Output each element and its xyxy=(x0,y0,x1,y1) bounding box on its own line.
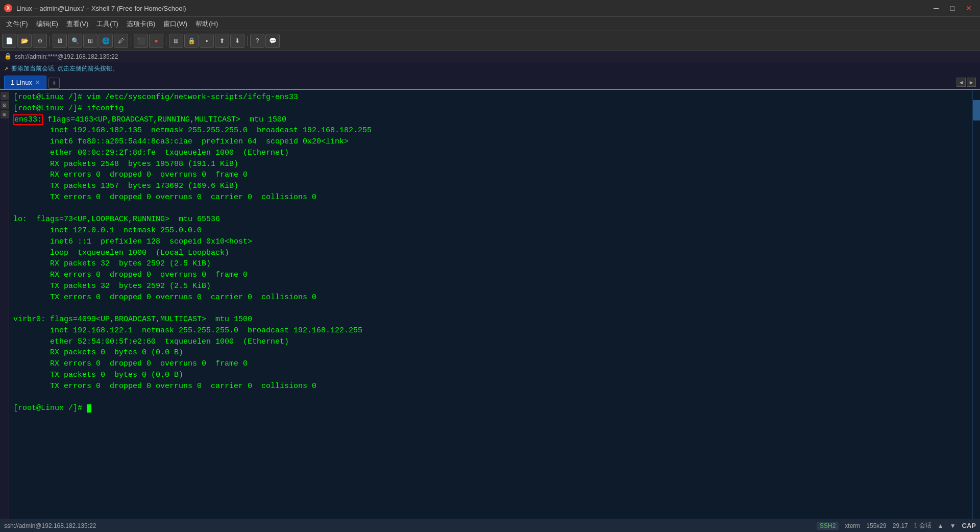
close-button[interactable]: ✕ xyxy=(962,1,976,15)
minimize-button[interactable]: ─ xyxy=(929,1,943,15)
sidebar: ≡ ⊠ ⊞ xyxy=(0,90,9,519)
terminal-line-15: RX packets 32 bytes 2592 (2.5 KiB) xyxy=(13,258,968,270)
settings-btn[interactable]: ⚙ xyxy=(33,34,47,48)
tab-close-btn[interactable]: ✕ xyxy=(35,79,40,86)
toolbar-sep-2 xyxy=(131,36,131,46)
menubar: 文件(F) 编辑(E) 查看(V) 工具(T) 选项卡(B) 窗口(W) 帮助(… xyxy=(0,16,980,31)
window-controls: ─ □ ✕ xyxy=(929,1,976,15)
open-btn[interactable]: 📂 xyxy=(17,34,32,48)
download-btn[interactable]: ⬇ xyxy=(230,34,244,48)
terminal-line-10 xyxy=(13,203,968,214)
main-area: ≡ ⊠ ⊞ [root@Linux /]# vim /etc/sysconfig… xyxy=(0,90,980,519)
toolbar-sep-1 xyxy=(50,36,50,46)
terminal-line-23: RX packets 0 bytes 0 (0.0 B) xyxy=(13,347,968,358)
terminal-line-13: inet6 ::1 prefixlen 128 scopeid 0x10<hos… xyxy=(13,236,968,248)
terminal-line-20: virbr0: flags=4099<UP,BROADCAST,MULTICAS… xyxy=(13,314,968,325)
cursor xyxy=(87,404,91,413)
sidebar-btn-2[interactable]: ⊠ xyxy=(1,101,9,109)
titlebar: X Linux – admin@Linux:/ – Xshell 7 (Free… xyxy=(0,0,980,16)
terminal-line-17: TX packets 32 bytes 2592 (2.5 KiB) xyxy=(13,281,968,292)
menu-tabs[interactable]: 选项卡(B) xyxy=(122,18,159,30)
size-label: 155x29 xyxy=(866,522,886,529)
record-btn[interactable]: ● xyxy=(149,34,163,48)
zoom-btn[interactable]: 🔍 xyxy=(68,34,82,48)
terminal-line-8: TX packets 1357 bytes 173692 (169.6 KiB) xyxy=(13,181,968,192)
infobar: ↗ 要添加当前会话, 点击左侧的箭头按钮。 xyxy=(0,62,980,75)
toolbar-sep-3 xyxy=(166,36,166,46)
statusbar-right: SSH2 xterm 155x29 29,17 1 会话 ▲ ▼ CAP xyxy=(817,521,976,530)
scrollbar[interactable] xyxy=(972,90,980,519)
terminal-line-21: inet 192.168.122.1 netmask 255.255.255.0… xyxy=(13,325,968,336)
terminal-line-22: ether 52:54:00:5f:e2:60 txqueuelen 1000 … xyxy=(13,336,968,348)
tab-prev-btn[interactable]: ◀ xyxy=(957,78,966,87)
tabbar: 1 Linux ✕ + ◀ ▶ xyxy=(0,75,980,90)
statusbar-address: ssh://admin@192.168.182.135:22 xyxy=(4,522,96,529)
toolbar-btn-3[interactable]: ⊞ xyxy=(83,34,97,48)
arrow-down-btn[interactable]: ▼ xyxy=(950,522,956,529)
sidebar-btn-3[interactable]: ⊞ xyxy=(1,110,9,118)
terminal-line-16: RX errors 0 dropped 0 overruns 0 frame 0 xyxy=(13,270,968,281)
scrollbar-thumb[interactable] xyxy=(973,100,980,120)
terminal-line-1: [root@Linux /]# ifconfig xyxy=(13,103,968,114)
terminal-line-26: TX errors 0 dropped 0 overruns 0 carrier… xyxy=(13,381,968,392)
terminal-btn[interactable]: ▪ xyxy=(200,34,214,48)
stop-btn[interactable]: ⬛ xyxy=(134,34,148,48)
terminal-line-28: [root@Linux /]# xyxy=(13,403,968,414)
chat-btn[interactable]: 💬 xyxy=(265,34,280,48)
tab-label: 1 Linux xyxy=(11,79,32,86)
toolbar-sep-4 xyxy=(247,36,248,46)
maximize-button[interactable]: □ xyxy=(945,1,960,15)
titlebar-left: X Linux – admin@Linux:/ – Xshell 7 (Free… xyxy=(4,4,186,12)
xterm-label: xterm xyxy=(845,522,860,529)
menu-file[interactable]: 文件(F) xyxy=(2,18,32,30)
terminal-line-27 xyxy=(13,392,968,403)
grid-btn[interactable]: ⊞ xyxy=(169,34,183,48)
menu-view[interactable]: 查看(V) xyxy=(62,18,92,30)
upload-btn[interactable]: ⬆ xyxy=(215,34,229,48)
menu-tools[interactable]: 工具(T) xyxy=(92,18,122,30)
arrow-up-btn[interactable]: ▲ xyxy=(938,522,944,529)
terminal-line-24: RX errors 0 dropped 0 overruns 0 frame 0 xyxy=(13,358,968,370)
terminal[interactable]: [root@Linux /]# vim /etc/sysconfig/netwo… xyxy=(9,90,972,519)
terminal-line-14: loop txqueuelen 1000 (Local Loopback) xyxy=(13,248,968,259)
pos-label: 29,17 xyxy=(893,522,908,529)
app-icon: X xyxy=(4,4,12,12)
arrow-icon: ↗ xyxy=(4,64,8,72)
menu-edit[interactable]: 编辑(E) xyxy=(32,18,62,30)
paint-btn[interactable]: 🖊 xyxy=(114,34,128,48)
terminal-line-0: [root@Linux /]# vim /etc/sysconfig/netwo… xyxy=(13,92,968,103)
menu-window[interactable]: 窗口(W) xyxy=(159,18,191,30)
tab-next-btn[interactable]: ▶ xyxy=(967,78,976,87)
new-file-btn[interactable]: 📄 xyxy=(2,34,16,48)
menu-help[interactable]: 帮助(H) xyxy=(191,18,222,30)
toolbar: 📄 📂 ⚙ 🖥 🔍 ⊞ 🌐 🖊 ⬛ ● ⊞ 🔒 ▪ ⬆ ⬇ ? 💬 xyxy=(0,31,980,50)
terminal-line-18: TX errors 0 dropped 0 overruns 0 carrier… xyxy=(13,292,968,303)
sessions-label: 1 会话 xyxy=(914,521,932,530)
statusbar: ssh://admin@192.168.182.135:22 SSH2 xter… xyxy=(0,519,980,532)
lock-icon: 🔒 xyxy=(4,53,12,60)
terminal-line-9: TX errors 0 dropped 0 overruns 0 carrier… xyxy=(13,192,968,203)
terminal-line-12: inet 127.0.0.1 netmask 255.0.0.0 xyxy=(13,225,968,236)
window-title: Linux – admin@Linux:/ – Xshell 7 (Free f… xyxy=(16,5,186,12)
sidebar-btn-1[interactable]: ≡ xyxy=(1,92,9,100)
help-btn[interactable]: ? xyxy=(250,34,264,48)
terminal-line-19 xyxy=(13,303,968,314)
terminal-line-7: RX errors 0 dropped 0 overruns 0 frame 0 xyxy=(13,170,968,181)
terminal-line-25: TX packets 0 bytes 0 (0.0 B) xyxy=(13,370,968,381)
terminal-line-4: inet6 fe80::a205:5a44:8ca3:clae prefixle… xyxy=(13,136,968,148)
terminal-line-2: ens33: flags=4163<UP,BROADCAST,RUNNING,M… xyxy=(13,114,968,126)
sessionbar: 🔒 ssh://admin:****@192.168.182.135:22 xyxy=(0,50,980,62)
lock-btn[interactable]: 🔒 xyxy=(184,34,199,48)
terminal-line-11: lo: flags=73<UP,LOOPBACK,RUNNING> mtu 65… xyxy=(13,214,968,225)
session-btn[interactable]: 🖥 xyxy=(53,34,67,48)
ssh-badge: SSH2 xyxy=(817,522,839,530)
new-tab-btn[interactable]: + xyxy=(48,78,60,89)
session-address: ssh://admin:****@192.168.182.135:22 xyxy=(15,53,118,60)
tab-linux[interactable]: 1 Linux ✕ xyxy=(4,76,46,89)
cap-badge: CAP xyxy=(962,522,976,529)
statusbar-left: ssh://admin@192.168.182.135:22 xyxy=(4,522,96,529)
globe-btn[interactable]: 🌐 xyxy=(99,34,113,48)
terminal-line-6: RX packets 2548 bytes 195788 (191.1 KiB) xyxy=(13,159,968,170)
tab-nav: ◀ ▶ xyxy=(957,78,976,87)
terminal-line-5: ether 00:0c:29:2f:8d:fe txqueuelen 1000 … xyxy=(13,148,968,159)
